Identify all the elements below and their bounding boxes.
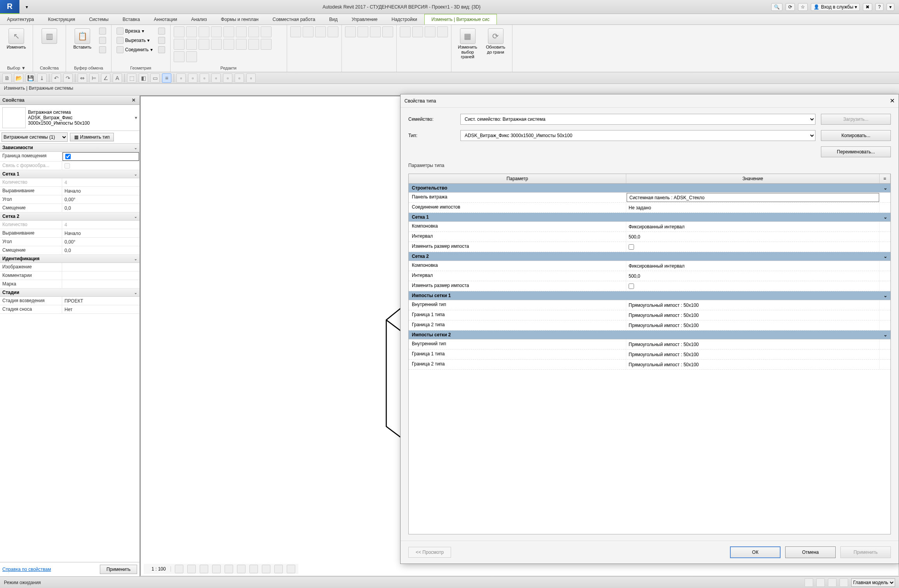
properties-help-link[interactable]: Справка по свойствам <box>2 567 51 572</box>
type-group-0[interactable]: Строительство⌄ <box>409 184 890 193</box>
v2-icon[interactable] <box>303 26 314 37</box>
cutgeom-button[interactable]: Вырезать ▾ <box>115 36 155 45</box>
rename-button[interactable]: Переименовать... <box>821 146 891 157</box>
prop-value[interactable]: 0,00° <box>62 195 139 204</box>
type-group-3[interactable]: Импосты сетки 1⌄ <box>409 291 890 300</box>
prop-value[interactable]: 4 <box>62 221 139 229</box>
tool15-icon[interactable] <box>248 39 259 50</box>
m2-icon[interactable] <box>357 26 368 37</box>
qat-t4-icon[interactable]: ▫ <box>235 73 244 83</box>
type-param-value[interactable]: Прямоугольный импост : 50x100 <box>626 300 880 310</box>
prop-value[interactable] <box>62 280 139 288</box>
prop-value[interactable] <box>63 152 139 161</box>
prop-value[interactable]: Начало <box>62 229 139 237</box>
geom-ext3[interactable] <box>156 45 167 54</box>
cut-button[interactable] <box>97 26 108 36</box>
duplicate-button[interactable]: Копировать... <box>821 130 891 141</box>
v4-icon[interactable] <box>328 26 338 37</box>
tool17-icon[interactable] <box>174 51 185 62</box>
prop-group-2[interactable]: Сетка 2⌄ <box>0 212 139 221</box>
sb1-icon[interactable] <box>805 578 813 587</box>
prop-value[interactable] <box>62 263 139 271</box>
qat-open-icon[interactable]: ▾ <box>22 2 32 12</box>
qat-redo-icon[interactable]: ↷ <box>63 73 73 83</box>
tab-6[interactable]: Формы и генплан <box>214 14 266 24</box>
visual-style-icon[interactable] <box>187 565 196 573</box>
prop-checkbox[interactable] <box>65 154 71 159</box>
delete-icon[interactable] <box>223 39 234 50</box>
type-param-value[interactable]: Фиксированный интервал <box>626 222 880 231</box>
tab-8[interactable]: Вид <box>322 14 345 24</box>
tab-0[interactable]: Архитектура <box>0 14 41 24</box>
split-icon[interactable] <box>261 26 272 37</box>
type-param-value[interactable]: Прямоугольный импост : 50x100 <box>626 339 880 349</box>
prop-value[interactable]: 0,0 <box>62 246 139 254</box>
geom-ext1[interactable] <box>156 26 167 36</box>
type-param-value[interactable]: Прямоугольный импост : 50x100 <box>626 350 880 359</box>
type-group-1[interactable]: Сетка 1⌄ <box>409 213 890 222</box>
type-group-4[interactable]: Импосты сетки 2⌄ <box>409 331 890 339</box>
type-selector[interactable]: Витражная система ADSK_Витраж_Фикс 3000x… <box>0 105 139 131</box>
detail-level-icon[interactable] <box>175 565 183 573</box>
trim-icon[interactable] <box>248 26 259 37</box>
qat-t5-icon[interactable]: ▫ <box>246 73 256 83</box>
qat-new-icon[interactable]: 🗎 <box>2 73 12 83</box>
type-param-value[interactable]: Прямоугольный импост : 50x100 <box>626 360 880 369</box>
temp-hide-icon[interactable] <box>274 565 283 573</box>
filter-select[interactable]: Витражные системы (1) <box>2 132 68 142</box>
prop-value[interactable]: Нет <box>62 305 139 313</box>
type-param-value[interactable]: 500,0 <box>626 232 880 242</box>
recent-icon[interactable]: ⟳ <box>786 3 795 11</box>
lock-icon[interactable] <box>262 565 270 573</box>
prop-group-0[interactable]: Зависимости⌄ <box>0 144 139 152</box>
m4-icon[interactable] <box>382 26 393 37</box>
v3-icon[interactable] <box>315 26 326 37</box>
copy2-icon[interactable] <box>223 26 234 37</box>
tool18-icon[interactable] <box>186 51 197 62</box>
qat-measure-icon[interactable]: ⇔ <box>78 73 87 83</box>
tab-7[interactable]: Совместная работа <box>266 14 322 24</box>
properties-button[interactable]: ▥ <box>36 26 63 46</box>
m3-icon[interactable] <box>370 26 381 37</box>
sb3-icon[interactable] <box>828 578 836 587</box>
qat-undo-icon[interactable]: ↶ <box>52 73 61 83</box>
qat-open2-icon[interactable]: 📂 <box>14 73 23 83</box>
tab-5[interactable]: Анализ <box>184 14 214 24</box>
tab-10[interactable]: Надстройки <box>385 14 424 24</box>
qat-t2-icon[interactable]: ▫ <box>211 73 221 83</box>
tab-4[interactable]: Аннотации <box>147 14 184 24</box>
qat-t3-icon[interactable]: ▫ <box>223 73 232 83</box>
prop-value[interactable] <box>62 271 139 280</box>
c4-icon[interactable] <box>437 26 448 37</box>
type-param-value[interactable]: Системная панель : ADSK_Стекло <box>627 193 879 202</box>
sun-path-icon[interactable] <box>200 565 208 573</box>
prop-value[interactable] <box>62 162 139 170</box>
offset-icon[interactable] <box>186 26 197 37</box>
prop-group-4[interactable]: Стадии⌄ <box>0 289 139 297</box>
qat-t1-icon[interactable]: ▫ <box>200 73 209 83</box>
sb4-icon[interactable] <box>840 578 848 587</box>
qat-sync-icon[interactable]: ⤓ <box>37 73 47 83</box>
qat-align-icon[interactable]: ⊨ <box>89 73 99 83</box>
type-checkbox[interactable] <box>629 244 634 250</box>
type-param-value[interactable]: Прямоугольный импост : 50x100 <box>626 310 880 320</box>
modify-button[interactable]: ↖Изменить <box>3 26 30 52</box>
type-group-2[interactable]: Сетка 2⌄ <box>409 252 890 261</box>
exchange-icon[interactable]: ✖ <box>863 3 872 11</box>
prop-value[interactable]: 4 <box>62 178 139 186</box>
join-button[interactable]: Соединить ▾ <box>115 45 155 54</box>
match-button[interactable] <box>97 45 108 54</box>
family-select[interactable]: Сист. семейство: Витражная система <box>460 114 815 125</box>
star-icon[interactable]: ☆ <box>798 3 808 11</box>
move-icon[interactable] <box>211 26 222 37</box>
reveal-icon[interactable] <box>287 565 295 573</box>
binoculars-icon[interactable]: 🔍 <box>771 3 782 11</box>
apply-button[interactable]: Применить <box>100 565 137 574</box>
load-button[interactable]: Загрузить... <box>821 114 891 125</box>
unpin-icon[interactable] <box>211 39 222 50</box>
workset-select[interactable]: Главная модель <box>851 578 895 587</box>
ok-button[interactable]: ОК <box>730 546 781 558</box>
tab-1[interactable]: Конструкция <box>41 14 82 24</box>
pin-icon[interactable] <box>199 39 209 50</box>
prop-value[interactable]: Начало <box>62 187 139 195</box>
